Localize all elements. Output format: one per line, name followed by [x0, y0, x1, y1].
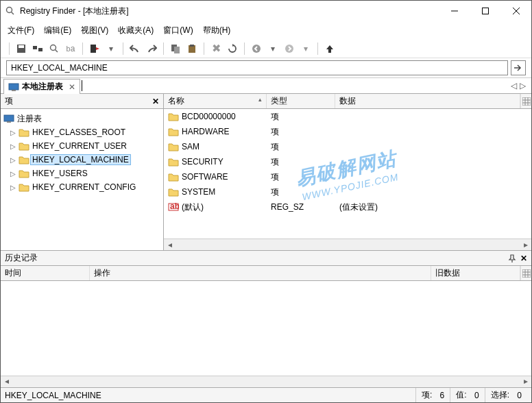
- list-row[interactable]: SYSTEM项: [164, 184, 531, 199]
- main-split: 项 ✕ 注册表 ▷HKEY_CLASSES_ROOT▷HKEY_CURRENT_…: [1, 94, 531, 250]
- col-name[interactable]: 名称: [164, 94, 267, 108]
- svg-rect-20: [12, 90, 16, 91]
- expander-icon[interactable]: ▷: [9, 129, 17, 136]
- minimize-button[interactable]: [439, 1, 470, 21]
- expander-icon[interactable]: ▷: [9, 170, 17, 178]
- row-name: SAM: [182, 142, 200, 151]
- tree-item[interactable]: ▷HKEY_LOCAL_MACHINE: [1, 153, 163, 167]
- row-name: SOFTWARE: [182, 172, 228, 182]
- go-button[interactable]: [511, 60, 526, 75]
- app-window: Registry Finder - [本地注册表] 文件(F) 编辑(E) 视图…: [0, 0, 532, 403]
- menu-edit[interactable]: 编辑(E): [44, 25, 71, 36]
- close-button[interactable]: [500, 1, 531, 21]
- tree-item[interactable]: ▷HKEY_CURRENT_USER: [1, 139, 163, 153]
- hist-scroll-left-icon[interactable]: ◂: [1, 376, 12, 387]
- window-title: Registry Finder - [本地注册表]: [20, 5, 439, 17]
- row-type: 项: [271, 171, 279, 183]
- tree-item-label: HKEY_CURRENT_USER: [31, 141, 128, 151]
- history-hscrollbar[interactable]: ◂ ▸: [1, 376, 531, 387]
- tree-item-label: HKEY_CLASSES_ROOT: [31, 127, 127, 137]
- hist-col-time[interactable]: 时间: [1, 266, 90, 280]
- dropdown-icon[interactable]: ▾: [105, 42, 117, 55]
- list-row[interactable]: SOFTWARE项: [164, 169, 531, 184]
- scroll-left-icon[interactable]: ◂: [164, 240, 176, 249]
- svg-rect-22: [7, 121, 11, 123]
- redo-icon[interactable]: [145, 42, 158, 55]
- list-row[interactable]: SAM项: [164, 139, 531, 154]
- history-body[interactable]: [1, 281, 531, 376]
- scroll-right-icon[interactable]: ▸: [520, 240, 531, 249]
- list-row[interactable]: BCD00000000项: [164, 109, 531, 124]
- paste-icon[interactable]: [186, 42, 198, 55]
- menu-file[interactable]: 文件(F): [8, 25, 34, 36]
- search-icon[interactable]: [48, 42, 60, 55]
- status-path: HKEY_LOCAL_MACHINE: [5, 391, 415, 400]
- svg-point-10: [51, 45, 56, 50]
- svg-rect-19: [9, 84, 19, 90]
- connect-icon[interactable]: [32, 42, 44, 55]
- history-title: 历史记录: [5, 252, 38, 264]
- status-values: 值: 0: [450, 388, 484, 402]
- up-icon[interactable]: [324, 42, 336, 55]
- menu-help[interactable]: 帮助(H): [203, 25, 231, 36]
- save-icon[interactable]: [15, 42, 27, 55]
- delete-icon[interactable]: ✖: [210, 42, 222, 55]
- back-dropdown-icon[interactable]: ▾: [267, 42, 279, 55]
- list-body[interactable]: BCD00000000项HARDWARE项SAM项SECURITY项SOFTWA…: [164, 109, 531, 239]
- tab-prev-icon[interactable]: ◁: [511, 81, 517, 90]
- svg-rect-3: [482, 8, 488, 14]
- hist-col-olddata[interactable]: 旧数据: [431, 266, 520, 280]
- row-name: HARDWARE: [182, 127, 230, 136]
- expander-icon[interactable]: ▷: [9, 156, 17, 164]
- row-name: SYSTEM: [182, 187, 215, 197]
- expander-icon[interactable]: ▷: [9, 143, 17, 150]
- svg-rect-21: [4, 115, 14, 121]
- tree-close-icon[interactable]: ✕: [152, 97, 159, 106]
- menu-favorites[interactable]: 收藏夹(A): [118, 25, 154, 36]
- tree-item[interactable]: ▷HKEY_CLASSES_ROOT: [1, 125, 163, 139]
- tree-item-label: HKEY_USERS: [31, 169, 89, 178]
- list-row[interactable]: SECURITY项: [164, 154, 531, 169]
- hist-col-operation[interactable]: 操作: [90, 266, 431, 280]
- col-type[interactable]: 类型: [267, 94, 335, 108]
- pin-icon[interactable]: [508, 254, 516, 262]
- tab-next-icon[interactable]: ▷: [520, 81, 526, 90]
- tree-item-label: HKEY_LOCAL_MACHINE: [31, 155, 130, 164]
- forward-icon[interactable]: [283, 42, 295, 55]
- menu-window[interactable]: 窗口(W): [163, 25, 193, 36]
- tree-header: 项 ✕: [1, 94, 163, 109]
- hist-scroll-right-icon[interactable]: ▸: [520, 376, 531, 387]
- back-icon[interactable]: [250, 42, 263, 55]
- menu-view[interactable]: 视图(V): [81, 25, 108, 36]
- list-row[interactable]: ab(默认)REG_SZ(值未设置): [164, 199, 531, 215]
- list-hscrollbar[interactable]: ◂ ▸: [164, 239, 531, 250]
- forward-dropdown-icon[interactable]: ▾: [300, 42, 312, 55]
- maximize-button[interactable]: [470, 1, 500, 21]
- export-icon[interactable]: [88, 42, 101, 55]
- list-row[interactable]: HARDWARE项: [164, 124, 531, 139]
- col-data[interactable]: 数据: [335, 94, 520, 108]
- address-input[interactable]: HKEY_LOCAL_MACHINE: [6, 60, 508, 75]
- tab-close-icon[interactable]: ✕: [69, 82, 75, 92]
- svg-line-11: [56, 49, 58, 52]
- copy-icon[interactable]: [169, 42, 182, 55]
- tree-root[interactable]: 注册表: [1, 112, 163, 125]
- hist-grid-icon[interactable]: [520, 266, 531, 280]
- svg-rect-7: [19, 45, 24, 48]
- undo-icon[interactable]: [129, 42, 141, 55]
- grid-options-icon[interactable]: [520, 94, 531, 108]
- tree-item[interactable]: ▷HKEY_CURRENT_CONFIG: [1, 180, 163, 194]
- tree-item[interactable]: ▷HKEY_USERS: [1, 167, 163, 180]
- row-name: SECURITY: [182, 157, 223, 167]
- tree-body[interactable]: 注册表 ▷HKEY_CLASSES_ROOT▷HKEY_CURRENT_USER…: [1, 109, 163, 250]
- text-icon[interactable]: ba: [64, 42, 77, 55]
- tab-local-registry[interactable]: 本地注册表 ✕: [3, 79, 80, 94]
- expander-icon[interactable]: ▷: [9, 184, 17, 191]
- statusbar: HKEY_LOCAL_MACHINE 项: 6 值: 0 选择: 0: [1, 387, 531, 402]
- refresh-icon[interactable]: [226, 42, 239, 55]
- row-data: (值未设置): [339, 202, 378, 213]
- status-items: 项: 6: [415, 388, 450, 402]
- svg-rect-16: [190, 45, 194, 47]
- history-close-icon[interactable]: ✕: [520, 254, 527, 263]
- svg-rect-23: [522, 97, 531, 106]
